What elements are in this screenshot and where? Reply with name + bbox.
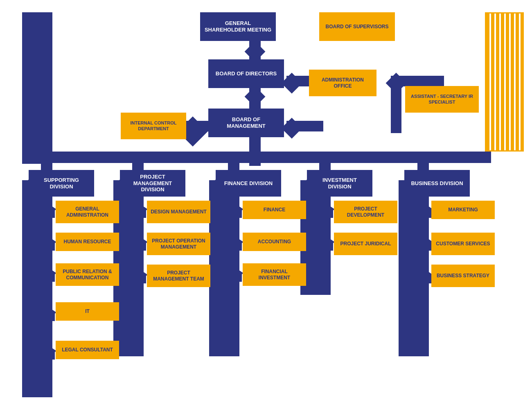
project-development-box: PROJECT DEVELOPMENT: [334, 201, 397, 223]
business-division-box: BUSINESS DIVISION: [404, 170, 470, 197]
finance-box: FINANCE: [243, 201, 306, 219]
board-management-box: BOARD OF MANAGEMENT: [208, 109, 284, 137]
assistant-secretary-box: ASSISTANT - SECRETARY IR SPECIALIST: [405, 86, 479, 113]
biz-column: [399, 180, 429, 356]
investment-division-box: INVESTMENT DIVISION: [307, 170, 372, 197]
board-directors-box: BOARD OF DIRECTORS: [208, 59, 284, 88]
finance-division-box: FINANCE DIVISION: [216, 170, 281, 197]
financial-investment-box: FINANCIAL INVESTMENT: [243, 263, 306, 286]
marketing-box: MARKETING: [431, 201, 495, 219]
org-chart: GENERAL SHAREHOLDER MEETING BOARD OF SUP…: [0, 0, 532, 412]
supporting-division-box: SUPPORTING DIVISION: [29, 170, 94, 197]
left-column: [22, 12, 52, 164]
project-juridical-box: PROJECT JURIDICAL: [334, 233, 397, 255]
internal-control-box: INTERNAL CONTROL DEPARTMENT: [121, 113, 186, 139]
customer-services-box: CUSTOMER SERVICES: [431, 233, 495, 255]
admin-office-box: ADMINISTRATION OFFICE: [309, 70, 376, 96]
project-operation-box: PROJECT OPERATION MANAGEMENT: [147, 233, 210, 255]
diamond-directors: [245, 86, 266, 107]
business-strategy-box: BUSINESS STRATEGY: [431, 265, 495, 287]
board-supervisors-box: BOARD OF SUPERVISORS: [319, 12, 395, 41]
human-resource-box: HUMAN RESOURCE: [56, 233, 119, 251]
pm-team-box: PROJECT MANAGEMENT TEAM: [147, 265, 210, 287]
design-management-box: DESIGN MANAGEMENT: [147, 201, 210, 223]
legal-consultant-box: LEGAL CONSULTANT: [56, 341, 119, 359]
accounting-box: ACCOUNTING: [243, 233, 306, 251]
diamond-shareholder: [245, 41, 266, 62]
general-shareholder-box: GENERAL SHAREHOLDER MEETING: [200, 12, 276, 41]
general-admin-box: GENERAL ADMINISTRATION: [56, 201, 119, 223]
public-relation-box: PUBLIC RELATION & COMMUNICATION: [56, 263, 119, 286]
fin-column: [209, 180, 239, 356]
it-box: IT: [56, 302, 119, 321]
striped-panel: [485, 12, 524, 152]
pm-division-box: PROJECT MANAGEMENT DIVISION: [120, 170, 185, 197]
